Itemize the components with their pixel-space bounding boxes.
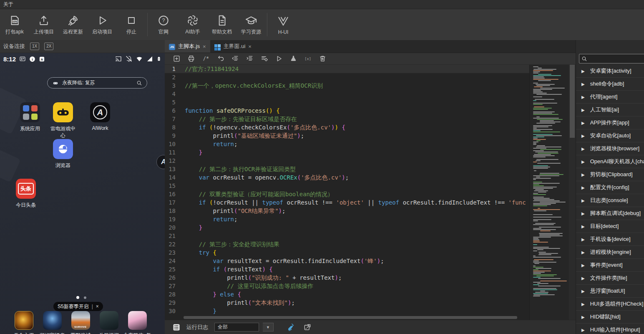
minimap-line <box>533 194 546 195</box>
expand-arrow-icon[interactable]: ▶ <box>581 302 585 306</box>
add-icon[interactable] <box>169 54 184 64</box>
expand-arrow-icon[interactable]: ▶ <box>581 108 585 112</box>
api-category-item[interactable]: ▶安卓窗体[activity] <box>576 65 644 78</box>
phone-search-bar[interactable]: 永夜降临: 复苏 <box>47 77 147 89</box>
log-filter-select[interactable]: 全部 <box>214 323 259 331</box>
app-icon-今日头条[interactable]: 头条今日头条 <box>12 179 40 209</box>
undo-icon[interactable] <box>213 54 228 64</box>
print-icon[interactable] <box>184 54 199 64</box>
promo-close-icon[interactable]: × <box>96 304 99 309</box>
expand-arrow-icon[interactable]: ▶ <box>581 211 585 216</box>
api-search-input[interactable] <box>579 54 644 63</box>
expand-arrow-icon[interactable]: ▶ <box>581 82 585 86</box>
expand-arrow-icon[interactable]: ▶ <box>581 95 585 99</box>
api-category-item[interactable]: ▶进程模块[engine] <box>576 246 644 259</box>
api-category-item[interactable]: ▶HUI多选组件[HCheck] <box>576 298 644 311</box>
tab-close-icon[interactable]: × <box>203 43 206 50</box>
line-number: 4 <box>165 90 185 98</box>
api-category-item[interactable]: ▶目标[detect] <box>576 220 644 233</box>
expand-arrow-icon[interactable]: ▶ <box>581 328 585 332</box>
api-category-item[interactable]: ▶配置文件[config] <box>576 181 644 194</box>
api-category-item[interactable]: ▶文件操作类[file] <box>576 272 644 285</box>
zoom-2x-button[interactable]: 2X <box>44 43 53 50</box>
app-icon-AIWork[interactable]: AAIWork <box>86 102 114 131</box>
clear-trash-icon[interactable] <box>315 54 330 64</box>
expand-arrow-icon[interactable]: ▶ <box>581 224 585 229</box>
code-line-18: 18 printl("OCR结果异常"); <box>165 207 576 215</box>
log-filter-dropdown-arrow[interactable]: ▼ <box>263 323 274 331</box>
app-icon-系统应用[interactable]: 系统应用 <box>16 102 44 132</box>
zoom-1x-button[interactable]: 1X <box>30 43 39 50</box>
expand-arrow-icon[interactable]: ▶ <box>581 185 585 190</box>
api-category-item[interactable]: ▶悬浮窗[floatUI] <box>576 285 644 298</box>
menu-about[interactable]: 关于 <box>1 0 16 9</box>
indent-icon[interactable] <box>242 54 257 64</box>
api-category-item[interactable]: ▶OpenAI聊天机器人[cha <box>576 155 644 168</box>
code-minimap[interactable] <box>529 65 569 320</box>
tab-close-icon[interactable]: × <box>248 43 252 50</box>
api-category-item[interactable]: ▶脚本断点调试[debug] <box>576 207 644 220</box>
expand-arrow-icon[interactable]: ▶ <box>581 315 585 319</box>
api-category-item[interactable]: ▶代理[agent] <box>576 91 644 104</box>
editor-horizontal-scrollbar[interactable] <box>184 316 517 319</box>
toolbar-button-停止[interactable]: 停止 <box>117 11 146 38</box>
expand-arrow-icon[interactable]: ▶ <box>581 159 585 164</box>
api-category-item[interactable]: ▶手机设备[device] <box>576 233 644 246</box>
toolbar-button-学习资源[interactable]: 学习资源 <box>236 11 266 38</box>
toolbar-button-官网[interactable]: ?官网 <box>149 11 178 38</box>
minimap-line <box>533 100 536 101</box>
minimap-line <box>533 257 561 258</box>
clear-log-broom-icon[interactable] <box>285 323 297 332</box>
test-flask-icon[interactable] <box>286 54 301 64</box>
expand-arrow-icon[interactable]: ▶ <box>581 134 585 138</box>
expand-arrow-icon[interactable]: ▶ <box>581 250 585 255</box>
minimap-line <box>539 235 563 236</box>
api-category-item[interactable]: ▶浏览器模块[browser] <box>576 142 644 155</box>
app-icon-浏览器[interactable]: 浏览器 <box>49 139 77 169</box>
editor-vertical-scrollbar[interactable] <box>569 65 576 320</box>
device-screen-mirror[interactable]: 8:12 iA 永夜降临: 复苏 系统应用雷电游戏中心AAIWork浏览器头条今… <box>0 53 165 334</box>
outdent-icon[interactable] <box>228 54 242 64</box>
dock-icon-永夜降临: 复[interactable]: 永夜降临: 复 <box>123 311 151 334</box>
expand-arrow-icon[interactable]: ▶ <box>581 263 585 268</box>
api-category-item[interactable]: ▶人工智能[ai] <box>576 104 644 116</box>
run-icon[interactable] <box>272 54 286 64</box>
expand-arrow-icon[interactable]: ▶ <box>581 121 585 125</box>
expand-arrow-icon[interactable]: ▶ <box>581 147 585 151</box>
format-icon[interactable] <box>257 54 272 64</box>
scrollbar-thumb[interactable] <box>570 65 575 138</box>
toolbar-button-上传项目[interactable]: 上传项目 <box>29 11 58 38</box>
api-category-item[interactable]: ▶shell命令[adb] <box>576 78 644 91</box>
expand-arrow-icon[interactable]: ▶ <box>581 172 585 177</box>
dock-icon-潮汐守望者[interactable]: 潮汐守望者 <box>38 311 66 334</box>
api-category-item[interactable]: ▶事件类[event] <box>576 259 644 272</box>
variable-icon[interactable]: [x] <box>301 54 315 64</box>
toolbar-button-帮助文档[interactable]: 帮助文档 <box>207 11 236 38</box>
dock-icon-吞食之刃[interactable]: 吞食之刃 <box>10 311 38 334</box>
api-category-item[interactable]: ▶剪切板[Clipboard] <box>576 168 644 181</box>
toolbar-button-打包apk[interactable]: APK打包apk <box>0 11 29 38</box>
expand-arrow-icon[interactable]: ▶ <box>581 198 585 203</box>
toolbar-button-远程更新[interactable]: 远程更新 <box>58 11 88 38</box>
assistant-float-bubble[interactable]: A <box>156 155 165 169</box>
toolbar-button-启动项目[interactable]: 启动项目 <box>88 11 117 38</box>
api-category-item[interactable]: ▶HUI输入组件[HInput] <box>576 324 644 334</box>
api-category-item[interactable]: ▶HID键鼠[hid] <box>576 311 644 324</box>
expand-arrow-icon[interactable]: ▶ <box>581 276 585 281</box>
toolbar-button-H-UI[interactable]: H-UI <box>269 11 298 38</box>
editor-tab-主界面.ui[interactable]: 主界面.ui× <box>210 40 256 53</box>
dock-icon-荒野迷城[interactable]: SURVIVE荒野迷城 <box>67 311 94 334</box>
expand-arrow-icon[interactable]: ▶ <box>581 237 585 242</box>
dock-icon-斗笠江湖[interactable]: 斗笠江湖 <box>95 311 123 334</box>
comment-icon[interactable]: /* <box>199 54 213 64</box>
expand-arrow-icon[interactable]: ▶ <box>581 69 585 73</box>
app-icon-雷电游戏中心[interactable]: 雷电游戏中心 <box>49 102 77 139</box>
editor-tab-主脚本.js[interactable]: JS主脚本.js× <box>165 40 210 53</box>
toolbar-button-AI助手[interactable]: AI助手 <box>178 11 207 38</box>
api-category-item[interactable]: ▶日志类[console] <box>576 194 644 207</box>
api-category-item[interactable]: ▶安卓自动化[auto] <box>576 129 644 142</box>
expand-arrow-icon[interactable]: ▶ <box>581 289 585 294</box>
export-log-icon[interactable] <box>301 323 314 331</box>
code-area[interactable]: 1//官方:71184192423//第一个，opencv.checkColor… <box>165 65 576 320</box>
api-category-item[interactable]: ▶APP操作类[app] <box>576 116 644 129</box>
